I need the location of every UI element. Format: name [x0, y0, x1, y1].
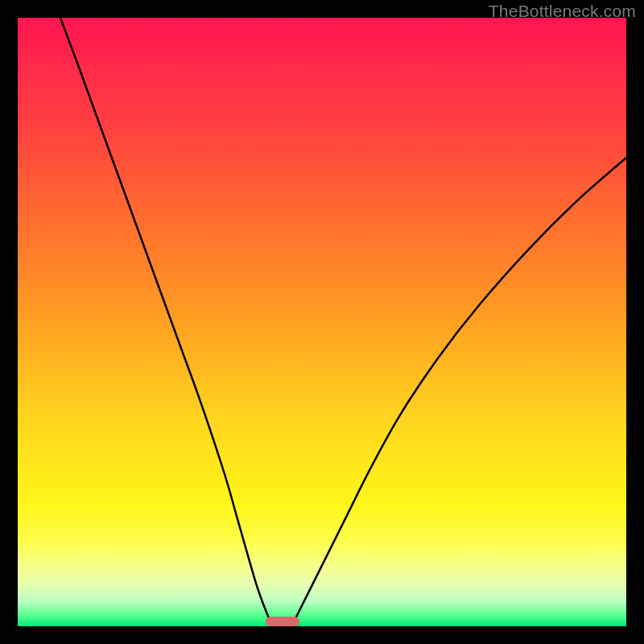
- right-branch-curve: [291, 158, 626, 626]
- optimal-marker: [266, 617, 299, 626]
- curve-overlay: [18, 18, 626, 626]
- plot-area: [18, 18, 626, 626]
- chart-frame: TheBottleneck.com: [0, 0, 644, 644]
- left-branch-curve: [60, 18, 274, 626]
- watermark-text: TheBottleneck.com: [489, 2, 636, 21]
